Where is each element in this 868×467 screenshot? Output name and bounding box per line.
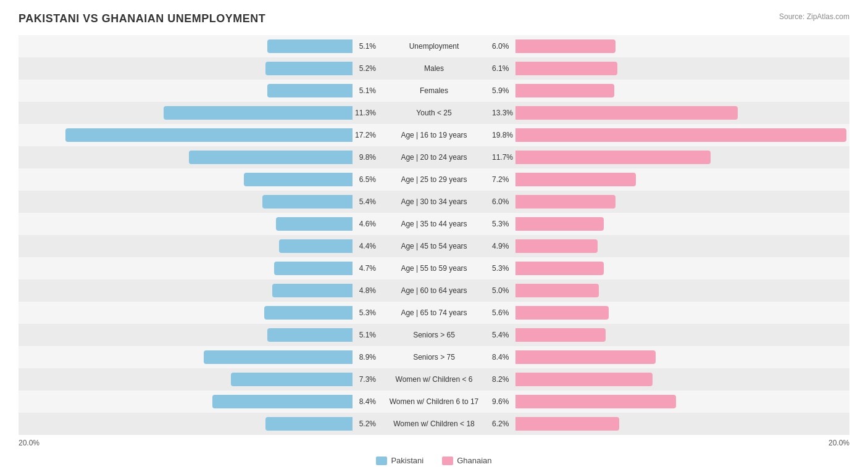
right-half: 5.3% — [490, 217, 849, 231]
bar-container-left — [19, 283, 353, 298]
bar-blue — [264, 306, 353, 320]
axis-right: 20.0% — [828, 439, 849, 447]
center-label: Women w/ Children < 6 — [378, 375, 490, 384]
bar-blue — [204, 350, 353, 364]
bar-container-right — [515, 416, 849, 431]
axis-row: 20.0% 20.0% — [19, 435, 849, 453]
bar-blue — [265, 417, 353, 431]
center-label: Age | 60 to 64 years — [378, 286, 490, 295]
bar-pink — [515, 39, 616, 53]
table-row: 5.4% Age | 30 to 34 years 6.0% — [19, 191, 849, 213]
bar-container-right — [515, 328, 849, 342]
table-row: 8.4% Women w/ Children 6 to 17 9.6% — [19, 391, 849, 413]
left-half: 5.4% — [19, 194, 378, 209]
axis-left: 20.0% — [19, 439, 40, 447]
left-half: 4.6% — [19, 217, 378, 231]
left-half: 5.2% — [19, 416, 378, 431]
left-value: 5.2% — [353, 419, 378, 428]
bar-blue — [189, 151, 353, 164]
right-value: 13.3% — [490, 109, 515, 117]
chart-container: PAKISTANI VS GHANAIAN UNEMPLOYMENT Sourc… — [19, 12, 849, 465]
bar-pink — [515, 106, 738, 120]
left-half: 5.1% — [19, 39, 378, 54]
left-value: 5.1% — [353, 331, 378, 339]
right-half: 11.7% — [490, 150, 849, 165]
bar-container-left — [19, 61, 353, 76]
bar-container-right — [515, 217, 849, 231]
left-value: 8.9% — [353, 353, 378, 362]
bar-container-left — [19, 328, 353, 342]
bar-blue — [244, 173, 353, 186]
left-value: 17.2% — [353, 131, 378, 139]
bar-container-left — [19, 194, 353, 209]
table-row: 5.1% Seniors > 65 5.4% — [19, 324, 849, 346]
bar-container-left — [19, 372, 353, 387]
bar-container-right — [515, 128, 849, 143]
bar-container-left — [19, 172, 353, 187]
bar-blue — [262, 195, 353, 209]
table-row: 5.1% Females 5.9% — [19, 80, 849, 102]
table-row: 7.3% Women w/ Children < 6 8.2% — [19, 368, 849, 391]
left-value: 11.3% — [353, 109, 378, 117]
bar-container-left — [19, 394, 353, 409]
center-label: Age | 45 to 54 years — [378, 242, 490, 250]
bar-pink — [515, 239, 598, 253]
bar-pink — [515, 173, 636, 186]
bar-blue — [164, 106, 353, 120]
center-label: Age | 16 to 19 years — [378, 131, 490, 139]
bar-pink — [515, 417, 619, 431]
bar-blue — [265, 62, 353, 75]
table-row: 5.1% Unemployment 6.0% — [19, 35, 849, 57]
chart-rows-area: 5.1% Unemployment 6.0% 5.2% Males 6.1% — [19, 35, 849, 435]
center-label: Seniors > 65 — [378, 331, 490, 339]
left-value: 5.1% — [353, 86, 378, 95]
right-value: 11.7% — [490, 153, 515, 162]
right-value: 5.0% — [490, 286, 515, 295]
bar-container-right — [515, 83, 849, 98]
bar-container-right — [515, 172, 849, 187]
center-label: Youth < 25 — [378, 109, 490, 117]
legend: Pakistani Ghanaian — [19, 456, 849, 465]
table-row: 4.4% Age | 45 to 54 years 4.9% — [19, 235, 849, 257]
left-half: 4.8% — [19, 283, 378, 298]
right-half: 6.0% — [490, 39, 849, 54]
bar-container-left — [19, 305, 353, 320]
table-row: 4.7% Age | 55 to 59 years 5.3% — [19, 257, 849, 279]
bar-container-right — [515, 261, 849, 276]
left-half: 5.1% — [19, 328, 378, 342]
table-row: 5.2% Males 6.1% — [19, 57, 849, 80]
table-row: 4.6% Age | 35 to 44 years 5.3% — [19, 213, 849, 235]
legend-box-pakistani — [376, 457, 387, 465]
bar-container-left — [19, 416, 353, 431]
right-half: 6.2% — [490, 416, 849, 431]
left-half: 6.5% — [19, 172, 378, 187]
right-half: 5.4% — [490, 328, 849, 342]
left-half: 17.2% — [19, 128, 378, 143]
right-half: 4.9% — [490, 239, 849, 254]
left-value: 4.6% — [353, 220, 378, 228]
right-half: 5.9% — [490, 83, 849, 98]
right-half: 9.6% — [490, 394, 849, 409]
bar-blue — [267, 328, 353, 342]
bar-container-right — [515, 39, 849, 54]
bar-blue — [212, 395, 353, 408]
left-half: 7.3% — [19, 372, 378, 387]
right-half: 8.4% — [490, 350, 849, 365]
center-label: Age | 25 to 29 years — [378, 175, 490, 184]
left-half: 8.4% — [19, 394, 378, 409]
legend-label-ghanaian: Ghanaian — [457, 456, 491, 465]
bar-pink — [515, 350, 656, 364]
bar-pink — [515, 373, 653, 386]
table-row: 8.9% Seniors > 75 8.4% — [19, 346, 849, 368]
table-row: 9.8% Age | 20 to 24 years 11.7% — [19, 146, 849, 168]
bar-blue — [272, 284, 353, 297]
right-value: 6.1% — [490, 64, 515, 73]
left-value: 9.8% — [353, 153, 378, 162]
left-value: 4.4% — [353, 242, 378, 250]
right-value: 8.2% — [490, 375, 515, 384]
left-half: 5.1% — [19, 83, 378, 98]
bar-pink — [515, 84, 614, 97]
bar-pink — [515, 151, 711, 164]
right-half: 5.3% — [490, 261, 849, 276]
bar-container-right — [515, 372, 849, 387]
